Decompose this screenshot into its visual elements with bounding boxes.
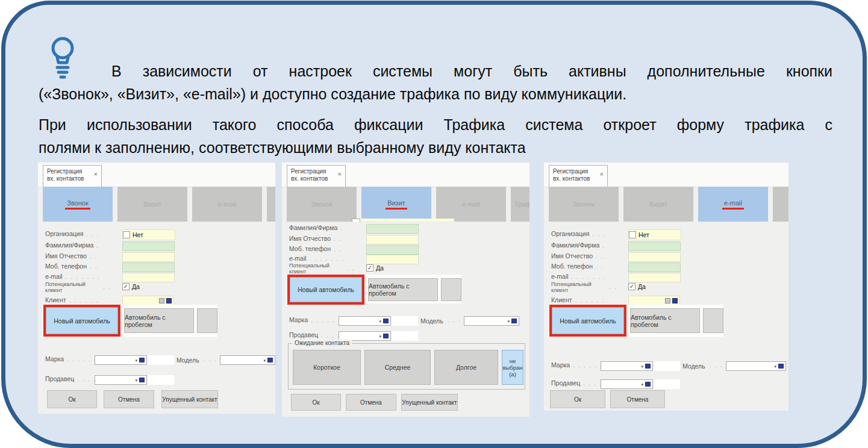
call-button[interactable]: Звонок (549, 187, 619, 222)
model-select[interactable]: ▾ (464, 316, 519, 326)
used-car-button[interactable]: Автомобиль с пробегом (630, 308, 700, 333)
cancel-button[interactable]: Отмена (346, 394, 396, 411)
tab-title: Регистрация (553, 168, 607, 175)
org-row: Организация. . . Нет (45, 230, 275, 240)
ok-button[interactable]: Ок (47, 390, 97, 408)
waiting-short-button[interactable]: Короткое (293, 350, 361, 385)
ok-button[interactable]: Ок (291, 394, 341, 411)
select-button-icon (383, 319, 389, 323)
visit-button[interactable]: Визит (117, 187, 187, 222)
brand-model-row: Марка. . . . . . . ▾ Модель. . . . . . ▾ (45, 355, 275, 366)
traffic-button[interactable]: Трафик (511, 187, 529, 222)
email-button[interactable]: e-mail (698, 187, 768, 222)
close-icon[interactable]: × (94, 171, 98, 178)
phone-row: Моб. телефон. . (45, 263, 275, 273)
tab-registration[interactable]: Регистрация вх. контактов × (549, 165, 608, 187)
waiting-medium-button[interactable]: Среднее (364, 350, 431, 385)
waiting-long-button[interactable]: Долгое (434, 350, 498, 385)
surname-input[interactable] (122, 241, 175, 251)
chevron-down-icon: ▾ (507, 319, 510, 323)
tab-registration[interactable]: Регистрация вх. контактов × (287, 165, 346, 187)
tab-strip: Регистрация вх. контактов × (282, 163, 529, 187)
name-input[interactable] (628, 252, 681, 262)
chevron-down-icon: ▾ (135, 378, 137, 382)
lookup-icon[interactable] (159, 298, 164, 303)
surname-input[interactable] (628, 241, 681, 251)
new-car-button[interactable]: Новый автомобиль (290, 277, 362, 302)
new-car-button[interactable]: Новый автомобиль (552, 307, 624, 334)
traffic-button[interactable]: Трафик (773, 187, 788, 222)
visit-button[interactable]: Визит (623, 187, 693, 222)
org-row: Организация. . . Нет (551, 230, 788, 240)
select-button-icon (383, 334, 389, 338)
select-button-icon[interactable] (672, 298, 678, 303)
potential-checkbox[interactable]: ✓ (628, 283, 635, 290)
brand-select[interactable]: ▾ (339, 316, 391, 326)
org-field: Нет (628, 229, 681, 240)
note-line-2: («Звонок», «Визит», «e-mail») и доступно… (39, 82, 832, 105)
client-field[interactable] (122, 296, 174, 305)
lookup-icon[interactable] (665, 298, 670, 303)
phone-row: Моб. телефон. . (289, 245, 529, 255)
model-select[interactable]: ▾ (220, 355, 275, 365)
surname-input[interactable] (366, 224, 419, 234)
name-input[interactable] (122, 252, 175, 262)
active-underline: e-mail (722, 199, 744, 210)
call-button[interactable]: Звонок (287, 187, 357, 222)
note-line-4: полями к заполнению, соответствующими вы… (39, 136, 832, 159)
brand-model-row: Марка. . . . . . . ▾ Модель. . . . . . ▾ (551, 361, 788, 372)
potential-row: Потенциальный клиент. . ✓Да (551, 281, 788, 294)
client-field[interactable] (628, 296, 680, 305)
brand-select-ext (392, 316, 418, 326)
used-car-button[interactable]: Автомобиль с пробегом (124, 308, 194, 333)
org-checkbox[interactable] (123, 231, 130, 238)
potential-checkbox[interactable]: ✓ (122, 283, 130, 290)
potential-checkbox[interactable]: ✓ (366, 264, 373, 272)
model-select[interactable]: ▾ (726, 361, 786, 371)
close-icon[interactable]: × (600, 171, 604, 178)
seller-select[interactable]: ▾ (601, 379, 653, 389)
chevron-down-icon: ▾ (641, 382, 643, 387)
phone-input[interactable] (122, 263, 175, 272)
new-car-button[interactable]: Новый автомобиль (46, 307, 118, 334)
missed-contact-button[interactable]: Упущенный контакт (161, 390, 218, 408)
cancel-button[interactable]: Отмена (104, 390, 154, 408)
phone-input[interactable] (628, 263, 681, 272)
ok-button[interactable]: Ок (550, 390, 605, 408)
surname-row: Фамилия/Фирма. (289, 224, 529, 234)
seller-row: Продавец. . . . . ▾ (45, 375, 275, 386)
seller-select[interactable]: ▾ (95, 375, 147, 385)
missed-contact-button[interactable]: Упущенный контакт (401, 394, 458, 411)
communication-buttons: Звонок Визит e-mail Трафик (549, 187, 788, 222)
panel-call-screenshot: Регистрация вх. контактов × Звонок Визит… (38, 163, 275, 414)
close-icon[interactable]: × (338, 171, 342, 178)
email-button[interactable]: e-mail (192, 187, 262, 222)
extra-car-button[interactable] (441, 278, 461, 301)
tab-registration[interactable]: Регистрация вх. контактов × (43, 165, 102, 187)
panel-email-screenshot: Регистрация вх. контактов × Звонок Визит… (544, 163, 788, 411)
select-button-icon (778, 364, 784, 369)
extra-car-button[interactable] (703, 308, 723, 333)
call-button[interactable]: Звонок (43, 187, 113, 222)
waiting-not-selected-button[interactable]: не выбран (а) (502, 350, 523, 385)
potential-row: Потенциальный клиент. . ✓Да (289, 263, 529, 276)
brand-select[interactable]: ▾ (601, 361, 653, 371)
org-checkbox[interactable] (629, 231, 636, 238)
potential-row: Потенциальный клиент. . ✓Да (45, 281, 275, 294)
tab-title: вх. контактов (553, 175, 607, 182)
chevron-down-icon: ▾ (379, 319, 381, 323)
extra-car-button[interactable] (197, 308, 217, 333)
used-car-button[interactable]: Автомобиль с пробегом (368, 278, 438, 301)
select-button-icon[interactable] (166, 298, 172, 303)
seller-row: Продавец. . . . . ▾ (551, 379, 788, 390)
seller-select-ext (654, 379, 680, 389)
traffic-button[interactable]: Трафик (267, 187, 275, 222)
brand-select-ext (148, 355, 174, 365)
phone-input[interactable] (366, 245, 419, 255)
cancel-button[interactable]: Отмена (610, 390, 665, 408)
email-button[interactable]: e-mail (436, 187, 506, 222)
panel-visit-screenshot: Регистрация вх. контактов × Звонок Визит… (282, 163, 529, 417)
brand-select[interactable]: ▾ (95, 355, 147, 365)
visit-button[interactable]: Визит (361, 187, 431, 222)
name-input[interactable] (366, 235, 419, 244)
